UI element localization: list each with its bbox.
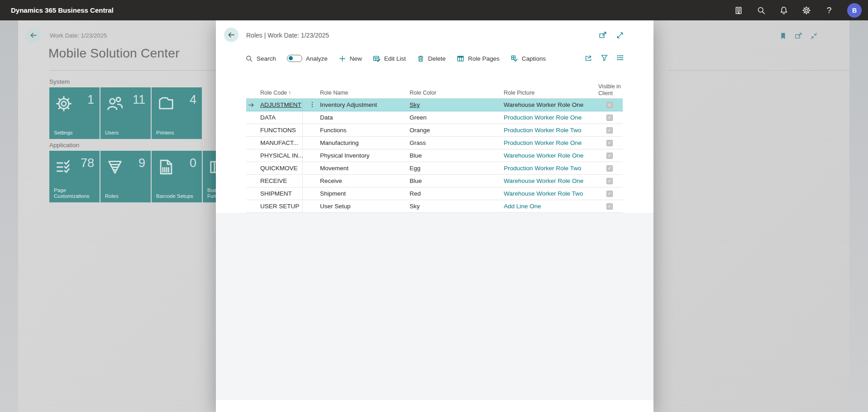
- cell-role-code[interactable]: RECEIVE: [260, 175, 287, 187]
- cell-role-picture-link[interactable]: Warehouse Worker Role One: [504, 149, 583, 162]
- search-icon[interactable]: [757, 6, 766, 15]
- cell-role-name[interactable]: Manufacturing: [320, 137, 359, 149]
- cell-role-color[interactable]: Red: [410, 187, 421, 200]
- cell-role-picture-link[interactable]: Production Worker Role Two: [504, 124, 581, 136]
- visible-in-client-checkbox[interactable]: ✓: [606, 115, 613, 121]
- column-header-role-code[interactable]: Role Code↑: [260, 90, 291, 96]
- back-button[interactable]: [26, 28, 41, 43]
- cell-role-name[interactable]: Shipment: [320, 187, 346, 200]
- cell-role-code[interactable]: QUICKMOVE: [260, 162, 298, 174]
- bookmark-icon[interactable]: [779, 32, 787, 40]
- table-row-shipment[interactable]: SHIPMENTShipmentRedWarehouse Worker Role…: [246, 187, 623, 200]
- cell-role-picture-link[interactable]: Warehouse Worker Role One: [504, 99, 583, 111]
- gear-icon[interactable]: [802, 6, 811, 15]
- visible-in-client-checkbox[interactable]: ✓: [606, 153, 613, 159]
- table-row-functions[interactable]: FUNCTIONSFunctionsOrangeProduction Worke…: [246, 124, 623, 137]
- cell-role-code[interactable]: FUNCTIONS: [260, 124, 296, 136]
- toolbar-analyze-toggle[interactable]: Analyze: [287, 55, 328, 62]
- visible-in-client-checkbox[interactable]: ✓: [606, 191, 613, 197]
- row-menu-icon[interactable]: [309, 101, 316, 108]
- table-row-receive[interactable]: RECEIVEReceiveBlueWarehouse Worker Role …: [246, 175, 623, 187]
- cell-role-name[interactable]: Functions: [320, 124, 347, 136]
- cell-role-color[interactable]: Blue: [410, 175, 422, 187]
- cell-role-name[interactable]: Physical Inventory: [320, 149, 370, 162]
- cell-role-picture-link[interactable]: Warehouse Worker Role Two: [504, 187, 583, 200]
- toolbar-delete-button[interactable]: Delete: [417, 55, 446, 62]
- cell-role-name[interactable]: User Setup: [320, 200, 351, 212]
- visible-in-client-checkbox[interactable]: ✓: [606, 203, 613, 210]
- table-row-quickmove[interactable]: QUICKMOVEMovementEggProduction Worker Ro…: [246, 162, 623, 175]
- column-header-role-color[interactable]: Role Color: [410, 90, 436, 96]
- cell-role-color[interactable]: Egg: [410, 162, 420, 174]
- table-row-adjustment[interactable]: ADJUSTMENTInventory AdjustmentSkyWarehou…: [246, 99, 623, 111]
- expand-icon[interactable]: [616, 31, 624, 39]
- cell-role-picture-link[interactable]: Production Worker Role Two: [504, 162, 581, 174]
- tile-roles[interactable]: 9Roles: [100, 151, 151, 202]
- tile-label: Barcode Setups: [156, 193, 193, 199]
- toolbar-role-pages-button[interactable]: Role Pages: [457, 55, 500, 62]
- visible-in-client-checkbox[interactable]: ✓: [606, 140, 613, 146]
- cell-role-picture-link[interactable]: Add Line One: [504, 200, 541, 212]
- column-header-role-name[interactable]: Role Name: [320, 90, 348, 96]
- visible-in-client-checkbox[interactable]: ✓: [606, 102, 613, 108]
- cell-role-code[interactable]: SHIPMENT: [260, 187, 292, 200]
- cell-role-name[interactable]: Receive: [320, 175, 342, 187]
- column-divider: [302, 124, 303, 136]
- bell-icon[interactable]: [779, 6, 788, 15]
- analyze-toggle[interactable]: [287, 55, 302, 62]
- visible-in-client-checkbox[interactable]: ✓: [606, 178, 613, 184]
- cell-role-color[interactable]: Orange: [410, 124, 430, 136]
- cell-role-name[interactable]: Movement: [320, 162, 348, 174]
- tile-count: 9: [138, 156, 145, 170]
- cell-role-code[interactable]: MANUFACT...: [260, 137, 298, 149]
- arrow-left-icon: [227, 31, 235, 39]
- cell-role-color[interactable]: Sky: [410, 200, 420, 212]
- tile-count: 1: [87, 93, 94, 107]
- toolbar-new-button[interactable]: New: [339, 55, 362, 62]
- column-header-visible-in-client[interactable]: Visible in Client: [598, 83, 624, 97]
- cell-role-color[interactable]: Grass: [410, 137, 426, 149]
- tile-page-customizations[interactable]: 78Page Customizations: [49, 151, 100, 202]
- visible-in-client-checkbox[interactable]: ✓: [606, 165, 613, 172]
- tile-barcode-setups[interactable]: 0Barcode Setups: [152, 151, 202, 202]
- table-row-data[interactable]: DATADataGreenProduction Worker Role One✓: [246, 111, 623, 124]
- cell-role-picture-link[interactable]: Production Worker Role One: [504, 137, 582, 149]
- barcode-doc-icon: [157, 158, 175, 176]
- toolbar-edit-list-button[interactable]: Edit List: [373, 55, 406, 62]
- cell-role-color[interactable]: Green: [410, 111, 427, 124]
- help-icon[interactable]: ?: [825, 6, 834, 15]
- tile-printers[interactable]: 4Printers: [152, 87, 202, 139]
- visible-in-client-checkbox[interactable]: ✓: [606, 127, 613, 134]
- collapse-icon[interactable]: [810, 32, 818, 40]
- user-avatar[interactable]: B: [847, 3, 862, 18]
- open-window-icon[interactable]: [795, 32, 802, 40]
- cell-role-picture-link[interactable]: Production Worker Role One: [504, 111, 582, 124]
- cell-role-code[interactable]: USER SETUP: [260, 200, 299, 212]
- list-view-icon[interactable]: [616, 54, 624, 62]
- toolbar-captions-button[interactable]: Captions: [510, 55, 546, 62]
- cell-role-color[interactable]: Blue: [410, 149, 422, 162]
- filter-icon[interactable]: [601, 54, 608, 62]
- cell-role-code[interactable]: PHYSICAL IN...: [260, 149, 303, 162]
- table-row-user-setup[interactable]: USER SETUPUser SetupSkyAdd Line One✓: [246, 200, 623, 213]
- company-icon[interactable]: [734, 6, 743, 15]
- users-icon: [106, 95, 124, 112]
- table-row-manufact-[interactable]: MANUFACT...ManufacturingGrassProduction …: [246, 137, 623, 149]
- plus-icon: [339, 55, 346, 62]
- cell-role-picture-link[interactable]: Warehouse Worker Role One: [504, 175, 583, 187]
- cell-role-name[interactable]: Data: [320, 111, 333, 124]
- table-row-physical-in-[interactable]: PHYSICAL IN...Physical InventoryBlueWare…: [246, 149, 623, 162]
- cell-role-name[interactable]: Inventory Adjustment: [320, 99, 377, 111]
- column-header-role-picture[interactable]: Role Picture: [504, 90, 534, 96]
- share-icon[interactable]: [585, 54, 592, 62]
- cell-role-color[interactable]: Sky: [410, 99, 420, 111]
- open-window-icon[interactable]: [599, 31, 607, 39]
- sort-asc-icon: ↑: [288, 90, 291, 96]
- cell-role-code[interactable]: ADJUSTMENT: [260, 99, 301, 111]
- toolbar-search-button[interactable]: Search: [245, 55, 276, 62]
- back-button[interactable]: [224, 28, 238, 42]
- tile-settings[interactable]: 1Settings: [49, 87, 100, 139]
- cell-role-code[interactable]: DATA: [260, 111, 276, 124]
- tile-count: 4: [190, 93, 196, 107]
- tile-users[interactable]: 11Users: [100, 87, 151, 139]
